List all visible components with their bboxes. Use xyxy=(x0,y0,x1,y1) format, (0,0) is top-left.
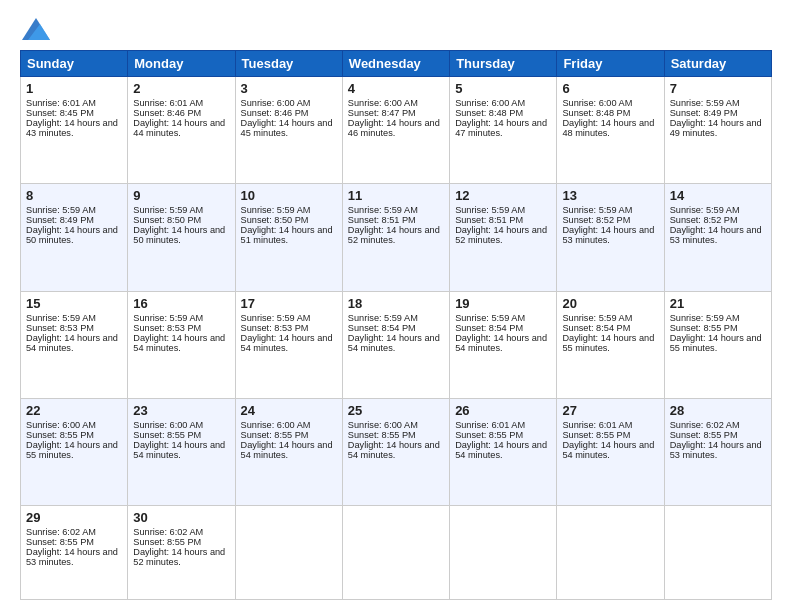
col-wednesday: Wednesday xyxy=(342,51,449,77)
table-row: 19Sunrise: 5:59 AMSunset: 8:54 PMDayligh… xyxy=(450,291,557,398)
table-row xyxy=(450,506,557,600)
table-row: 16Sunrise: 5:59 AMSunset: 8:53 PMDayligh… xyxy=(128,291,235,398)
table-row: 5Sunrise: 6:00 AMSunset: 8:48 PMDaylight… xyxy=(450,77,557,184)
col-saturday: Saturday xyxy=(664,51,771,77)
calendar-week-row: 15Sunrise: 5:59 AMSunset: 8:53 PMDayligh… xyxy=(21,291,772,398)
table-row: 1Sunrise: 6:01 AMSunset: 8:45 PMDaylight… xyxy=(21,77,128,184)
table-row: 7Sunrise: 5:59 AMSunset: 8:49 PMDaylight… xyxy=(664,77,771,184)
calendar-week-row: 22Sunrise: 6:00 AMSunset: 8:55 PMDayligh… xyxy=(21,399,772,506)
table-row: 27Sunrise: 6:01 AMSunset: 8:55 PMDayligh… xyxy=(557,399,664,506)
table-row xyxy=(235,506,342,600)
col-friday: Friday xyxy=(557,51,664,77)
table-row: 30Sunrise: 6:02 AMSunset: 8:55 PMDayligh… xyxy=(128,506,235,600)
table-row: 25Sunrise: 6:00 AMSunset: 8:55 PMDayligh… xyxy=(342,399,449,506)
table-row: 21Sunrise: 5:59 AMSunset: 8:55 PMDayligh… xyxy=(664,291,771,398)
table-row: 17Sunrise: 5:59 AMSunset: 8:53 PMDayligh… xyxy=(235,291,342,398)
table-row: 8Sunrise: 5:59 AMSunset: 8:49 PMDaylight… xyxy=(21,184,128,291)
table-row: 29Sunrise: 6:02 AMSunset: 8:55 PMDayligh… xyxy=(21,506,128,600)
col-thursday: Thursday xyxy=(450,51,557,77)
logo-icon xyxy=(22,18,50,40)
day-header-row: Sunday Monday Tuesday Wednesday Thursday… xyxy=(21,51,772,77)
page: Sunday Monday Tuesday Wednesday Thursday… xyxy=(0,0,792,612)
header xyxy=(20,18,772,40)
table-row: 22Sunrise: 6:00 AMSunset: 8:55 PMDayligh… xyxy=(21,399,128,506)
table-row xyxy=(342,506,449,600)
col-tuesday: Tuesday xyxy=(235,51,342,77)
calendar-week-row: 29Sunrise: 6:02 AMSunset: 8:55 PMDayligh… xyxy=(21,506,772,600)
table-row: 13Sunrise: 5:59 AMSunset: 8:52 PMDayligh… xyxy=(557,184,664,291)
table-row: 6Sunrise: 6:00 AMSunset: 8:48 PMDaylight… xyxy=(557,77,664,184)
table-row xyxy=(664,506,771,600)
col-sunday: Sunday xyxy=(21,51,128,77)
table-row: 14Sunrise: 5:59 AMSunset: 8:52 PMDayligh… xyxy=(664,184,771,291)
table-row: 15Sunrise: 5:59 AMSunset: 8:53 PMDayligh… xyxy=(21,291,128,398)
table-row: 11Sunrise: 5:59 AMSunset: 8:51 PMDayligh… xyxy=(342,184,449,291)
table-row: 23Sunrise: 6:00 AMSunset: 8:55 PMDayligh… xyxy=(128,399,235,506)
table-row: 28Sunrise: 6:02 AMSunset: 8:55 PMDayligh… xyxy=(664,399,771,506)
table-row: 2Sunrise: 6:01 AMSunset: 8:46 PMDaylight… xyxy=(128,77,235,184)
table-row: 9Sunrise: 5:59 AMSunset: 8:50 PMDaylight… xyxy=(128,184,235,291)
table-row: 26Sunrise: 6:01 AMSunset: 8:55 PMDayligh… xyxy=(450,399,557,506)
table-row: 24Sunrise: 6:00 AMSunset: 8:55 PMDayligh… xyxy=(235,399,342,506)
table-row: 10Sunrise: 5:59 AMSunset: 8:50 PMDayligh… xyxy=(235,184,342,291)
table-row: 3Sunrise: 6:00 AMSunset: 8:46 PMDaylight… xyxy=(235,77,342,184)
calendar-week-row: 8Sunrise: 5:59 AMSunset: 8:49 PMDaylight… xyxy=(21,184,772,291)
table-row: 4Sunrise: 6:00 AMSunset: 8:47 PMDaylight… xyxy=(342,77,449,184)
table-row: 18Sunrise: 5:59 AMSunset: 8:54 PMDayligh… xyxy=(342,291,449,398)
col-monday: Monday xyxy=(128,51,235,77)
table-row xyxy=(557,506,664,600)
logo xyxy=(20,18,50,40)
table-row: 12Sunrise: 5:59 AMSunset: 8:51 PMDayligh… xyxy=(450,184,557,291)
calendar-table: Sunday Monday Tuesday Wednesday Thursday… xyxy=(20,50,772,600)
table-row: 20Sunrise: 5:59 AMSunset: 8:54 PMDayligh… xyxy=(557,291,664,398)
calendar-week-row: 1Sunrise: 6:01 AMSunset: 8:45 PMDaylight… xyxy=(21,77,772,184)
